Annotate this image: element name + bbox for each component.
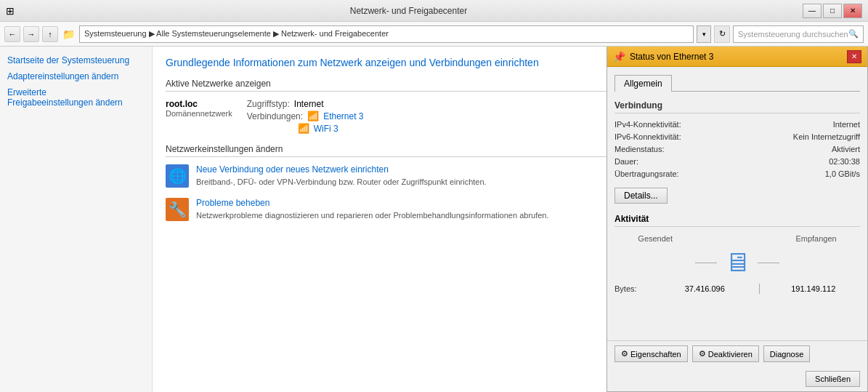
address-bar: ← → ↑ 📁 Systemsteuerung ▶ Alle Systemste… — [0, 22, 868, 47]
network-name: root.loc — [166, 99, 232, 109]
maximize-button[interactable]: □ — [823, 4, 842, 18]
search-placeholder: Systemsteuerung durchsuchen — [738, 30, 848, 39]
new-connection-icon: 🌐 — [166, 164, 189, 188]
sidebar-item-adapter[interactable]: Adaptereinstellungen ändern — [7, 71, 145, 81]
main-container: Startseite der Systemsteuerung Adapterei… — [0, 47, 868, 392]
dialog-close-button[interactable]: ✕ — [847, 50, 861, 63]
dialog-title-left: 📌 Status von Ethernet 3 — [613, 51, 713, 63]
ipv6-value: Kein Internetzugriff — [793, 132, 860, 141]
window-title: Netzwerk- und Freigabecenter — [15, 6, 803, 16]
info-row-media: Medienstatus: Aktiviert — [615, 144, 860, 154]
bytes-divider — [759, 284, 760, 294]
connection-label: Verbindungen: — [247, 111, 303, 121]
dialog-body: Allgemein Verbindung IPv4-Konnektivität:… — [607, 67, 867, 340]
new-connection-desc: Breitband-, DFÜ- oder VPN-Verbindung bzw… — [196, 177, 487, 186]
dialog-footer: Schließen — [607, 367, 867, 391]
connection-section-title: Verbindung — [615, 100, 860, 113]
network-type: Domänennetzwerk — [166, 109, 232, 118]
dialog-action-buttons: ⚙ Eigenschaften ⚙ Deaktivieren Diagnose — [607, 340, 867, 367]
dialog-title: Status von Ethernet 3 — [630, 52, 713, 62]
left-line — [695, 263, 717, 263]
dialog-titlebar: 📌 Status von Ethernet 3 ✕ — [607, 47, 867, 67]
right-line — [758, 263, 779, 263]
forward-button[interactable]: → — [23, 26, 39, 42]
tab-allgemein[interactable]: Allgemein — [615, 75, 672, 92]
minimize-button[interactable]: — — [803, 4, 822, 18]
sidebar-item-startseite[interactable]: Startseite der Systemsteuerung — [7, 55, 145, 65]
close-button[interactable]: ✕ — [843, 4, 862, 18]
bytes-row: Bytes: 37.416.096 191.149.112 — [615, 284, 860, 294]
troubleshoot-icon: 🔧 — [166, 198, 189, 221]
wifi-icon: 📶 — [298, 123, 309, 134]
eigenschaften-button[interactable]: ⚙ Eigenschaften — [615, 345, 688, 362]
sidebar: Startseite der Systemsteuerung Adapterei… — [0, 47, 153, 392]
schliessen-button[interactable]: Schließen — [806, 371, 860, 387]
activity-section: Aktivität Gesendet Empfangen 🖥 Bytes: 37… — [615, 214, 860, 294]
bytes-label: Bytes: — [615, 284, 658, 293]
info-row-dauer: Dauer: 02:30:38 — [615, 156, 860, 167]
wifi-link[interactable]: WiFi 3 — [314, 124, 338, 134]
app-icon: ⊞ — [6, 5, 15, 17]
access-type-value: Internet — [294, 99, 324, 109]
activity-title: Aktivität — [615, 214, 860, 227]
ipv4-value: Internet — [833, 120, 860, 129]
gesendet-label: Gesendet — [638, 234, 673, 243]
computer-icon: 🖥 — [724, 247, 750, 278]
bytes-recv-value: 191.149.112 — [767, 284, 861, 293]
bytes-sent-value: 37.416.096 — [658, 284, 752, 293]
refresh-button[interactable]: ↻ — [714, 25, 730, 43]
pin-icon: 📌 — [613, 51, 625, 63]
dauer-label: Dauer: — [615, 157, 638, 166]
status-dialog: 📌 Status von Ethernet 3 ✕ Allgemein Verb… — [607, 47, 868, 392]
deaktivieren-button[interactable]: ⚙ Deaktivieren — [692, 345, 759, 362]
eigenschaften-icon: ⚙ — [621, 349, 628, 359]
activity-labels: Gesendet Empfangen — [615, 234, 860, 243]
activity-center: 🖥 — [615, 247, 860, 278]
rate-value: 1,0 GBit/s — [825, 169, 860, 178]
ethernet-link[interactable]: Ethernet 3 — [323, 111, 363, 121]
media-label: Medienstatus: — [615, 145, 664, 153]
empfangen-label: Empfangen — [795, 234, 836, 243]
ipv4-label: IPv4-Konnektivität: — [615, 120, 681, 129]
ipv6-label: IPv6-Konnektivität: — [615, 132, 681, 141]
sidebar-item-freigabe[interactable]: ErweiterteFreigabeeinstellungen ändern — [7, 87, 145, 108]
rate-label: Übertragungsrate: — [615, 169, 679, 178]
back-button[interactable]: ← — [4, 26, 20, 42]
access-type-label: Zugriffstyp: — [247, 99, 290, 109]
connection-section: Verbindung IPv4-Konnektivität: Internet … — [615, 100, 860, 204]
address-dropdown[interactable]: ▾ — [697, 25, 711, 43]
diagnose-button[interactable]: Diagnose — [763, 345, 810, 362]
info-row-rate: Übertragungsrate: 1,0 GBit/s — [615, 169, 860, 179]
troubleshoot-desc: Netzwerkprobleme diagnostizieren und rep… — [196, 211, 549, 220]
info-row-ipv6: IPv6-Konnektivität: Kein Internetzugriff — [615, 132, 860, 142]
window-controls: — □ ✕ — [803, 4, 862, 18]
tab-bar: Allgemein — [615, 74, 860, 92]
media-value: Aktiviert — [832, 145, 860, 153]
breadcrumb-text: Systemsteuerung ▶ Alle Systemsteuerungse… — [84, 29, 389, 39]
dauer-value: 02:30:38 — [829, 157, 860, 166]
title-bar: ⊞ Netzwerk- und Freigabecenter — □ ✕ — [0, 0, 868, 22]
details-button[interactable]: Details... — [615, 188, 668, 204]
search-box[interactable]: Systemsteuerung durchsuchen 🔍 — [733, 25, 864, 43]
breadcrumb[interactable]: Systemsteuerung ▶ Alle Systemsteuerungse… — [79, 25, 694, 43]
folder-icon: 📁 — [62, 28, 75, 40]
info-row-ipv4: IPv4-Konnektivität: Internet — [615, 119, 860, 129]
network-name-col: root.loc Domänennetzwerk — [166, 99, 232, 118]
search-icon: 🔍 — [848, 29, 859, 39]
deaktivieren-icon: ⚙ — [699, 349, 706, 359]
up-button[interactable]: ↑ — [42, 26, 58, 42]
ethernet-icon: 📶 — [307, 111, 319, 121]
